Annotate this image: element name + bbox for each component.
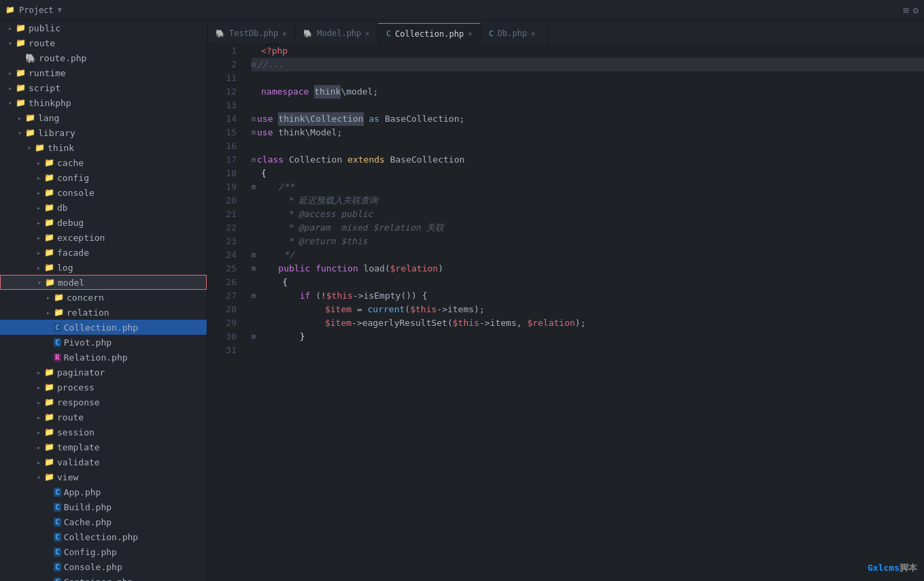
folder-arrow-facade: ▸: [33, 249, 44, 256]
tab-db[interactable]: CDb.php×: [481, 23, 549, 44]
folder-icon-concern: 📁: [54, 293, 64, 302]
sidebar-folder-db[interactable]: ▸📁db: [0, 200, 207, 215]
folder-arrow-public: ▸: [5, 24, 16, 32]
sidebar-folder-public[interactable]: ▸📁public: [0, 20, 207, 35]
sidebar-folder-template[interactable]: ▸📁template: [0, 439, 207, 454]
tab-testdb[interactable]: 🐘TestDb.php×: [207, 23, 295, 44]
line-num-13: 13: [207, 99, 237, 112]
sidebar-folder-think[interactable]: ▾📁think: [0, 140, 207, 155]
sidebar-folder-model[interactable]: ▾📁model: [0, 275, 207, 290]
sidebar-folder-debug[interactable]: ▸📁debug: [0, 215, 207, 230]
sidebar-folder-session[interactable]: ▸📁session: [0, 425, 207, 439]
folder-icon-lang: 📁: [25, 113, 35, 122]
sidebar-file-collectionphp[interactable]: CCollection.php: [0, 320, 207, 335]
line-num-19: 19: [207, 180, 237, 194]
sidebar-file-relationphp[interactable]: RRelation.php: [0, 350, 207, 365]
sidebar-folder-library[interactable]: ▾📁library: [0, 125, 207, 140]
fold-icon-25[interactable]: ⊞: [252, 262, 256, 276]
line-num-15: 15: [207, 126, 237, 139]
layout-icon[interactable]: ⊞: [903, 5, 908, 16]
sidebar-folder-route[interactable]: ▸📁route: [0, 410, 207, 425]
tab-collection[interactable]: CCollection.php×: [378, 23, 481, 44]
tab-close-testdb[interactable]: ×: [282, 30, 286, 37]
sidebar-folder-script[interactable]: ▸📁script: [0, 80, 207, 95]
sidebar-file-buildphp[interactable]: CBuild.php: [0, 499, 207, 514]
folder-icon-view: 📁: [44, 472, 54, 482]
token: BaseCollection: [385, 153, 464, 167]
sidebar-folder-route[interactable]: ▾📁route: [0, 35, 207, 50]
token: */: [257, 248, 294, 262]
code-line-25: ⊞ public function load($relation): [252, 262, 924, 276]
token: [364, 112, 369, 126]
tab-bar: 🐘TestDb.php×🐘Model.php×CCollection.php×C…: [207, 20, 924, 44]
fold-icon-30[interactable]: ⊞: [252, 330, 256, 344]
token: //...: [257, 58, 284, 71]
fold-icon-14[interactable]: ⊞: [252, 112, 256, 126]
tab-close-model[interactable]: ×: [365, 30, 369, 37]
token: class: [257, 153, 284, 167]
sidebar-file-routephp[interactable]: 🐘route.php: [0, 50, 207, 65]
sidebar-folder-runtime[interactable]: ▸📁runtime: [0, 65, 207, 80]
line-num-20: 20: [207, 194, 237, 208]
sidebar-folder-process[interactable]: ▸📁process: [0, 380, 207, 395]
sidebar-folder-response[interactable]: ▸📁response: [0, 395, 207, 410]
fold-icon-17[interactable]: ⊞: [252, 153, 256, 167]
sidebar-folder-paginator[interactable]: ▸📁paginator: [0, 365, 207, 380]
project-label: Project: [19, 5, 54, 15]
sidebar-folder-relation[interactable]: ▸📁relation: [0, 305, 207, 320]
sidebar-file-collectionphp[interactable]: CCollection.php: [0, 529, 207, 544]
sidebar-folder-exception[interactable]: ▸📁exception: [0, 230, 207, 245]
code-content[interactable]: <?php⊟//...namespace think\model;⊞use th…: [245, 44, 924, 581]
token: $this: [453, 316, 479, 330]
sidebar-folder-log[interactable]: ▸📁log: [0, 260, 207, 275]
sidebar-folder-concern[interactable]: ▸📁concern: [0, 290, 207, 305]
tab-label-collection: Collection.php: [395, 29, 464, 39]
folder-label-model: model: [58, 278, 84, 288]
sidebar-file-configphp[interactable]: CConfig.php: [0, 544, 207, 559]
fold-icon-15[interactable]: ⊞: [252, 126, 256, 139]
code-line-12: namespace think\model;: [252, 85, 924, 99]
tab-close-db[interactable]: ×: [531, 30, 535, 37]
sidebar-folder-facade[interactable]: ▸📁facade: [0, 245, 207, 260]
folder-label-exception: exception: [57, 233, 105, 243]
settings-icon[interactable]: ⚙: [913, 5, 919, 16]
tab-close-collection[interactable]: ×: [468, 30, 472, 37]
sidebar-folder-cache[interactable]: ▸📁cache: [0, 155, 207, 170]
folder-label-config: config: [57, 173, 89, 183]
fold-icon-27[interactable]: ⊞: [252, 289, 256, 303]
sidebar-folder-config[interactable]: ▸📁config: [0, 170, 207, 185]
folder-label-paginator: paginator: [57, 367, 105, 378]
code-line-22: * @param mixed $relation 关联: [252, 221, 924, 235]
sidebar-file-appphp[interactable]: CApp.php: [0, 484, 207, 499]
fold-icon-2[interactable]: ⊟: [252, 58, 256, 71]
title-bar-left: 📁 Project ▼: [5, 5, 903, 15]
sidebar-file-containerphp[interactable]: CContainer.php: [0, 574, 207, 581]
folder-label-route: route: [57, 412, 84, 422]
folder-icon-runtime: 📁: [16, 68, 26, 78]
folder-icon-log: 📁: [44, 263, 54, 272]
sidebar-file-cachephp[interactable]: CCache.php: [0, 514, 207, 529]
sidebar-file-consolephp[interactable]: CConsole.php: [0, 559, 207, 574]
file-icon-Pivot.php: C: [54, 338, 61, 347]
file-label-Cache.php: Cache.php: [64, 517, 112, 527]
code-line-16: [252, 139, 924, 153]
file-icon-Container.php: C: [54, 578, 61, 582]
code-line-24: ⊞ */: [252, 248, 924, 262]
token: namespace: [261, 85, 309, 99]
fold-icon-19[interactable]: ⊞: [252, 180, 256, 194]
sidebar-folder-validate[interactable]: ▸📁validate: [0, 454, 207, 469]
line-num-25: 25: [207, 262, 237, 276]
sidebar-folder-lang[interactable]: ▸📁lang: [0, 110, 207, 125]
file-label-Console.php: Console.php: [64, 562, 122, 572]
token: [310, 262, 315, 276]
sidebar-folder-view[interactable]: ▾📁view: [0, 469, 207, 484]
title-dropdown-icon[interactable]: ▼: [58, 5, 63, 14]
fold-icon-24[interactable]: ⊞: [252, 248, 256, 262]
sidebar-folder-thinkphp[interactable]: ▾📁thinkphp: [0, 95, 207, 110]
file-label-Config.php: Config.php: [64, 547, 117, 557]
sidebar-file-pivotphp[interactable]: CPivot.php: [0, 335, 207, 350]
sidebar-folder-console[interactable]: ▸📁console: [0, 185, 207, 200]
tab-model[interactable]: 🐘Model.php×: [295, 23, 378, 44]
token: public: [278, 262, 310, 276]
folder-icon-config: 📁: [44, 173, 54, 182]
